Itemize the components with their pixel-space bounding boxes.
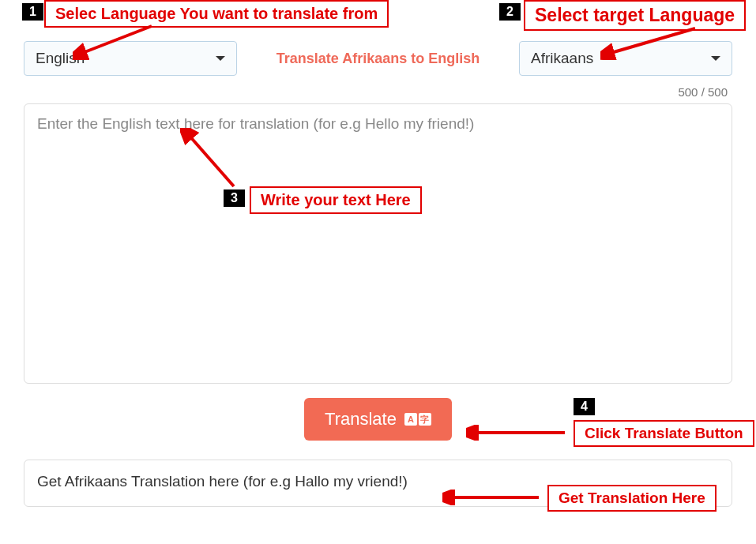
annotation-badge-2: 2 <box>499 3 521 21</box>
annotation-text-5: Get Translation Here <box>547 485 717 512</box>
translate-icon: A字 <box>404 413 431 426</box>
annotation-text-4: Click Translate Button <box>574 420 754 447</box>
output-placeholder: Get Afrikaans Translation here (for e.g … <box>37 473 408 490</box>
chevron-down-icon <box>711 56 720 61</box>
annotation-badge-1: 1 <box>22 3 43 21</box>
chevron-down-icon <box>216 56 225 61</box>
source-text-input[interactable]: Enter the English text here for translat… <box>24 103 732 384</box>
char-counter: 500 / 500 <box>24 85 728 99</box>
target-language-select[interactable]: Afrikaans <box>519 41 732 76</box>
page-heading: Translate Afrikaans to English <box>237 51 519 67</box>
annotation-text-2: Select target Language <box>524 0 746 31</box>
translate-button-label: Translate <box>325 409 397 430</box>
source-language-select[interactable]: English <box>24 41 237 76</box>
translate-button[interactable]: Translate A字 <box>304 398 452 441</box>
source-language-value: English <box>36 50 85 67</box>
annotation-badge-3: 3 <box>224 189 245 207</box>
annotation-text-1: Selec Language You want to translate fro… <box>44 0 389 28</box>
target-language-value: Afrikaans <box>531 50 593 67</box>
input-placeholder: Enter the English text here for translat… <box>37 115 474 132</box>
annotation-text-3: Write your text Here <box>250 186 422 214</box>
annotation-badge-4: 4 <box>574 398 595 415</box>
